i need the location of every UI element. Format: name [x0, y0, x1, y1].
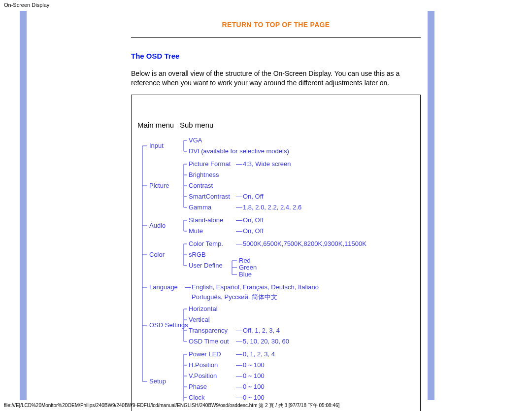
- page-header: On-Screen Display: [0, 0, 532, 9]
